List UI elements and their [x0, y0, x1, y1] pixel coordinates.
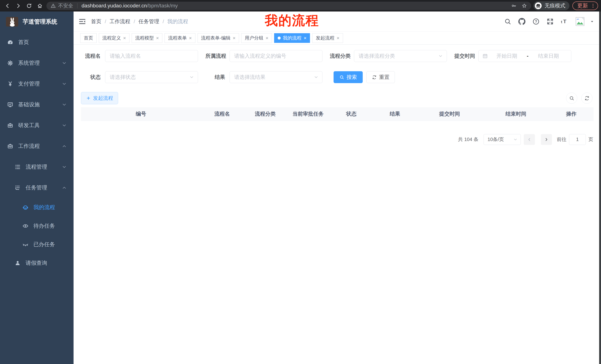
tab[interactable]: 用户分组×	[241, 33, 272, 43]
user-icon	[14, 260, 21, 266]
avatar[interactable]	[575, 16, 585, 27]
sidebar-item[interactable]: 请假查询	[0, 254, 74, 272]
caret-down-icon[interactable]	[590, 19, 594, 24]
tab[interactable]: 流程定义×	[99, 33, 130, 43]
search-icon	[569, 96, 574, 101]
create-button-label: 发起流程	[93, 95, 113, 102]
refresh-table-button[interactable]	[581, 93, 592, 104]
search-button[interactable]: 搜索	[334, 71, 363, 83]
filter-status: 状态 请选择状态	[81, 71, 198, 83]
tab[interactable]: 流程表单-编辑×	[198, 33, 239, 43]
breadcrumb-item[interactable]: 首页	[91, 18, 101, 25]
tab-close-icon[interactable]: ×	[189, 36, 192, 40]
refresh-icon	[584, 96, 590, 101]
tab-close-icon[interactable]: ×	[156, 36, 159, 40]
main-area: 首页/工作流程/任务管理/我的流程 我的流程 ?tT 首页流程定义×流程模型×流…	[74, 11, 601, 364]
chevron-down-icon	[62, 123, 67, 128]
sidebar-item[interactable]: 待办任务	[0, 217, 74, 235]
hamburger-icon[interactable]	[78, 18, 86, 25]
window-scrollbar[interactable]	[599, 11, 601, 364]
filter-label: 流程分类	[330, 52, 354, 59]
table-toolbar: 发起流程	[81, 92, 594, 104]
date-range-picker[interactable]: 开始日期 - 结束日期	[478, 50, 571, 62]
create-process-button[interactable]: 发起流程	[81, 92, 118, 104]
key-icon[interactable]	[511, 3, 517, 9]
reset-button[interactable]: 重置	[366, 71, 395, 83]
star-icon[interactable]	[521, 3, 527, 9]
sidebar-item[interactable]: 已办任务	[0, 235, 74, 254]
update-button[interactable]: 更新	[572, 1, 598, 10]
sidebar-item-label: 我的流程	[33, 204, 55, 211]
chevron-down-icon	[62, 60, 67, 66]
sidebar-item-label: 已办任务	[33, 241, 55, 248]
search-button-label: 搜索	[347, 74, 357, 81]
github-icon[interactable]	[518, 18, 526, 25]
tab[interactable]: 发起流程×	[312, 33, 343, 43]
category-select[interactable]: 请选择流程分类	[354, 50, 447, 62]
sidebar-item[interactable]: 工作流程	[0, 136, 74, 157]
sidebar-item[interactable]: 研发工具	[0, 115, 74, 136]
fullscreen-icon[interactable]	[546, 18, 554, 25]
breadcrumb: 首页/工作流程/任务管理/我的流程	[91, 18, 188, 25]
show-search-button[interactable]	[566, 93, 577, 104]
prev-page-button[interactable]	[524, 134, 535, 145]
filter-result: 结果 请选择流结果	[205, 71, 322, 83]
tab-close-icon[interactable]: ×	[266, 36, 268, 40]
address-bar[interactable]: 不安全 dashboard.yudao.iocoder.cn/bpm/task/…	[46, 2, 531, 10]
table-header-cell: 状态	[329, 107, 374, 121]
sidebar-item[interactable]: 首页	[0, 32, 74, 53]
result-select[interactable]: 请选择流结果	[230, 71, 322, 83]
sidebar-item-label: 请假查询	[26, 259, 47, 267]
tab-label: 流程定义	[102, 35, 121, 41]
search-icon[interactable]	[504, 18, 511, 25]
tab-close-icon[interactable]: ×	[123, 36, 126, 40]
select-placeholder: 请选择流结果	[234, 74, 265, 81]
yen-icon	[7, 81, 13, 87]
page-size-select[interactable]: 10条/页	[484, 134, 521, 145]
reload-icon[interactable]	[25, 1, 33, 10]
calendar-icon	[482, 53, 488, 59]
breadcrumb-separator: /	[105, 19, 106, 25]
tab[interactable]: 流程模型×	[132, 33, 162, 43]
eye-closed-icon	[22, 241, 29, 248]
app-logo[interactable]: 芋道管理系统	[0, 11, 74, 32]
home-icon[interactable]	[35, 1, 44, 10]
security-label: 不安全	[58, 2, 73, 9]
sidebar-item[interactable]: 基础设施	[0, 94, 74, 115]
sidebar-menu: 首页系统管理支付管理基础设施研发工具工作流程流程管理任务管理我的流程待办任务已办…	[0, 32, 74, 272]
chevron-up-icon	[62, 185, 67, 190]
browser-toolbar: 不安全 dashboard.yudao.iocoder.cn/bpm/task/…	[0, 0, 601, 11]
search-icon	[339, 75, 344, 80]
tab-close-icon[interactable]: ×	[304, 36, 306, 40]
start-date-placeholder[interactable]: 开始日期	[488, 52, 526, 59]
forward-icon[interactable]	[14, 1, 23, 10]
next-page-button[interactable]	[541, 134, 552, 145]
tab[interactable]: 流程表单×	[165, 33, 195, 43]
sidebar-item[interactable]: 系统管理	[0, 53, 74, 74]
sidebar-item[interactable]: 支付管理	[0, 74, 74, 94]
font-size-icon[interactable]: tT	[561, 18, 568, 25]
svg-text:T: T	[563, 18, 566, 24]
sidebar-item[interactable]: 我的流程	[0, 198, 74, 217]
breadcrumb-item[interactable]: 任务管理	[139, 18, 159, 25]
end-date-placeholder[interactable]: 结束日期	[530, 52, 567, 59]
warning-icon	[50, 3, 56, 9]
tab[interactable]: 我的流程×	[274, 33, 310, 43]
table-tools	[566, 93, 594, 104]
goto-page-input[interactable]	[569, 134, 586, 145]
sidebar-item[interactable]: 流程管理	[0, 157, 74, 177]
tab[interactable]: 首页	[80, 33, 97, 43]
process-name-input[interactable]	[105, 50, 198, 62]
back-icon[interactable]	[3, 1, 12, 10]
goto-suffix: 页	[588, 136, 593, 143]
sidebar-item[interactable]: 任务管理	[0, 177, 74, 198]
tab-close-icon[interactable]: ×	[233, 36, 235, 40]
sidebar-item-label: 待办任务	[33, 222, 55, 230]
tab-close-icon[interactable]: ×	[337, 36, 339, 40]
breadcrumb-item[interactable]: 工作流程	[110, 18, 130, 25]
status-select[interactable]: 请选择状态	[105, 71, 198, 83]
kebab-menu-icon[interactable]	[590, 3, 596, 9]
help-icon[interactable]: ?	[532, 18, 540, 25]
process-definition-input[interactable]	[230, 50, 322, 62]
app-title: 芋道管理系统	[23, 18, 57, 26]
